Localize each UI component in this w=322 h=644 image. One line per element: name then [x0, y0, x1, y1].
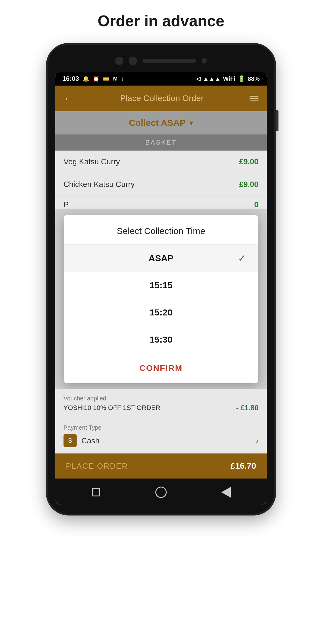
dialog-title: Select Collection Time	[64, 215, 258, 245]
side-button	[276, 110, 278, 131]
time-option-1515[interactable]: 15:15	[64, 272, 258, 299]
collect-text: Collect ASAP	[129, 118, 186, 128]
time-option-1530[interactable]: 15:30	[64, 326, 258, 353]
voucher-discount: - £1.80	[236, 404, 258, 412]
triangle-icon	[221, 487, 231, 498]
menu-line-2	[250, 98, 258, 99]
battery-percent: 88%	[248, 75, 260, 82]
collect-asap-bar[interactable]: Collect ASAP ▾	[55, 111, 267, 134]
camera-dot-right	[129, 57, 137, 65]
voucher-section: Voucher applied YOSHI10 10% OFF 1ST ORDE…	[55, 389, 267, 418]
check-icon: ✓	[238, 253, 246, 264]
place-order-label: PLACE ORDER	[66, 462, 128, 471]
wifi-bars-icon: ▲▲▲	[203, 75, 221, 82]
order-total: £16.70	[230, 461, 256, 471]
home-button[interactable]	[154, 485, 168, 499]
download-icon: ↓	[121, 76, 124, 82]
status-time: 16:03	[62, 75, 79, 83]
time-option-1520[interactable]: 15:20	[64, 299, 258, 326]
payment-chevron-icon: ›	[256, 436, 258, 445]
voucher-name: YOSHI10 10% OFF 1ST ORDER	[64, 404, 160, 412]
bottom-nav	[55, 479, 267, 505]
square-icon	[92, 488, 100, 496]
status-bar: 16:03 🔔 ⏰ 💳 M ↓ ◁ ▲▲▲ WiFi 🔋 88%	[55, 72, 267, 86]
back-button[interactable]: ←	[64, 92, 74, 105]
recent-apps-button[interactable]	[89, 485, 103, 499]
sd-icon: 💳	[103, 75, 109, 82]
item-name-1: Veg Katsu Curry	[64, 157, 120, 166]
sensor-dot	[202, 58, 207, 64]
menu-line-3	[250, 100, 258, 101]
time-label-1515: 15:15	[150, 280, 173, 290]
screen: 16:03 🔔 ⏰ 💳 M ↓ ◁ ▲▲▲ WiFi 🔋 88% ← Place…	[55, 72, 267, 505]
back-nav-button[interactable]	[219, 485, 233, 499]
partial-item-price: 0	[254, 200, 258, 209]
below-dialog-content: Voucher applied YOSHI10 10% OFF 1ST ORDE…	[55, 389, 267, 453]
voucher-row: YOSHI10 10% OFF 1ST ORDER - £1.80	[64, 404, 258, 412]
speaker-bar	[143, 59, 196, 63]
item-price-1: £9.00	[239, 157, 258, 166]
payment-row: $ Cash ›	[64, 434, 258, 447]
status-right: ◁ ▲▲▲ WiFi 🔋 88%	[196, 75, 260, 82]
camera-dot-left	[115, 57, 123, 65]
place-order-bar[interactable]: PLACE ORDER £16.70	[55, 453, 267, 479]
phone-frame: 16:03 🔔 ⏰ 💳 M ↓ ◁ ▲▲▲ WiFi 🔋 88% ← Place…	[48, 45, 274, 514]
basket-header: BASKET	[55, 134, 267, 151]
time-label-1520: 15:20	[150, 307, 173, 318]
payment-method: Cash	[81, 436, 100, 445]
circle-icon	[155, 487, 167, 498]
basket-item-partial: P 0	[55, 196, 267, 209]
basket-item-1: Veg Katsu Curry £9.00	[55, 151, 267, 173]
voucher-label: Voucher applied	[64, 395, 258, 402]
alarm-icon: ⏰	[93, 75, 99, 82]
payment-left: $ Cash	[64, 434, 100, 447]
page-title: Order in advance	[98, 12, 225, 30]
time-label-asap: ASAP	[148, 253, 173, 263]
time-option-asap[interactable]: ASAP ✓	[64, 245, 258, 272]
select-time-dialog: Select Collection Time ASAP ✓ 15:15 15:2…	[64, 215, 258, 383]
item-name-2: Chicken Katsu Curry	[64, 180, 134, 189]
confirm-button[interactable]: CONFIRM	[64, 353, 258, 383]
time-label-1530: 15:30	[150, 335, 173, 345]
menu-button[interactable]	[250, 96, 258, 101]
cash-icon: $	[64, 434, 77, 447]
signal-icon: ◁	[196, 75, 201, 82]
partial-item-name: P	[64, 200, 69, 209]
item-price-2: £9.00	[239, 180, 258, 189]
basket-item-2: Chicken Katsu Curry £9.00	[55, 173, 267, 196]
status-left: 16:03 🔔 ⏰ 💳 M ↓	[62, 75, 124, 83]
collect-dropdown-icon: ▾	[189, 118, 193, 128]
payment-section[interactable]: Payment Type $ Cash ›	[55, 418, 267, 453]
modal-overlay: Select Collection Time ASAP ✓ 15:15 15:2…	[55, 209, 267, 389]
camera-bar	[55, 54, 267, 66]
nav-title: Place Collection Order	[120, 94, 204, 103]
silent-icon: 🔔	[83, 75, 89, 82]
email-icon: M	[113, 76, 117, 82]
nav-bar: ← Place Collection Order	[55, 86, 267, 111]
menu-line-1	[250, 96, 258, 97]
payment-label: Payment Type	[64, 424, 258, 431]
battery-icon: 🔋	[238, 75, 245, 82]
wifi-icon: WiFi	[223, 75, 236, 82]
